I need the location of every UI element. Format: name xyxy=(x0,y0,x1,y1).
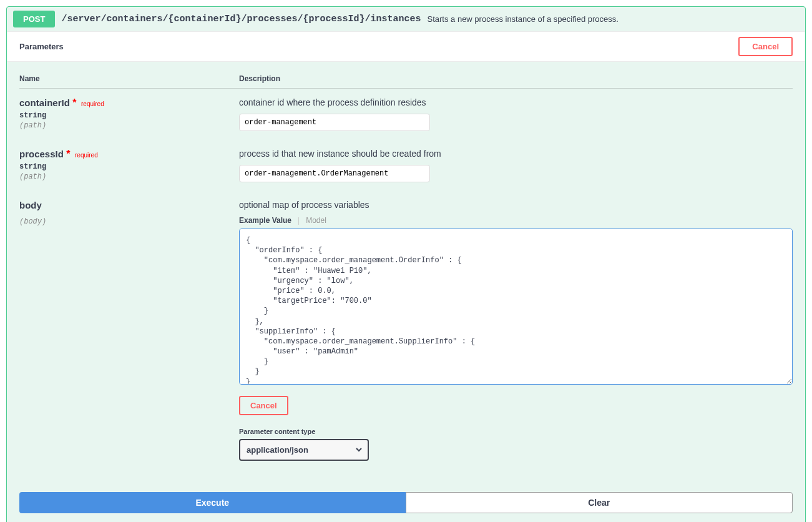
tab-model[interactable]: Model xyxy=(306,216,326,225)
param-name: processId xyxy=(19,149,64,159)
param-description: process id that new instance should be c… xyxy=(239,149,793,159)
parameters-table: Name Description containerId * required … xyxy=(7,62,805,467)
param-row-processId: processId * required string (path) proce… xyxy=(19,149,793,182)
http-method-badge: POST xyxy=(13,11,55,27)
param-location: (path) xyxy=(19,121,239,130)
cancel-button[interactable]: Cancel xyxy=(738,37,793,56)
action-row: Execute Clear xyxy=(7,480,805,522)
processId-input[interactable] xyxy=(239,165,430,182)
required-label: required xyxy=(75,152,98,159)
param-type: string xyxy=(19,162,239,171)
column-header-name: Name xyxy=(19,74,239,83)
content-type-select[interactable]: application/json xyxy=(239,439,369,461)
tab-example-value[interactable]: Example Value xyxy=(239,216,291,225)
parameters-title: Parameters xyxy=(19,42,64,51)
endpoint-header[interactable]: POST /server/containers/{containerId}/pr… xyxy=(7,7,805,31)
content-type-select-wrap: application/json xyxy=(239,439,369,461)
param-name: containerId xyxy=(19,97,70,108)
endpoint-path: /server/containers/{containerId}/process… xyxy=(61,14,421,24)
param-description: optional map of process variables xyxy=(239,200,793,210)
parameters-bar: Parameters Cancel xyxy=(7,31,805,62)
required-star-icon: * xyxy=(72,97,76,108)
param-description: container id where the process definitio… xyxy=(239,97,793,107)
body-tabs: Example Value | Model xyxy=(239,216,793,225)
param-type: string xyxy=(19,111,239,120)
execute-button[interactable]: Execute xyxy=(19,492,406,513)
param-location: (path) xyxy=(19,172,239,181)
param-name: body xyxy=(19,200,42,210)
endpoint-summary: Starts a new process instance of a speci… xyxy=(428,14,619,24)
required-star-icon: * xyxy=(66,149,70,159)
column-header-description: Description xyxy=(239,74,793,83)
tab-separator: | xyxy=(298,216,300,225)
clear-button[interactable]: Clear xyxy=(406,492,793,513)
param-row-containerId: containerId * required string (path) con… xyxy=(19,97,793,131)
containerId-input[interactable] xyxy=(239,114,430,131)
content-type-label: Parameter content type xyxy=(239,428,793,435)
table-header-row: Name Description xyxy=(19,74,793,89)
param-location: (body) xyxy=(19,217,239,226)
required-label: required xyxy=(81,101,104,107)
endpoint-panel: POST /server/containers/{containerId}/pr… xyxy=(6,6,806,522)
body-cancel-button[interactable]: Cancel xyxy=(239,396,288,415)
param-row-body: body (body) optional map of process vari… xyxy=(19,200,793,461)
body-textarea[interactable] xyxy=(239,229,793,385)
